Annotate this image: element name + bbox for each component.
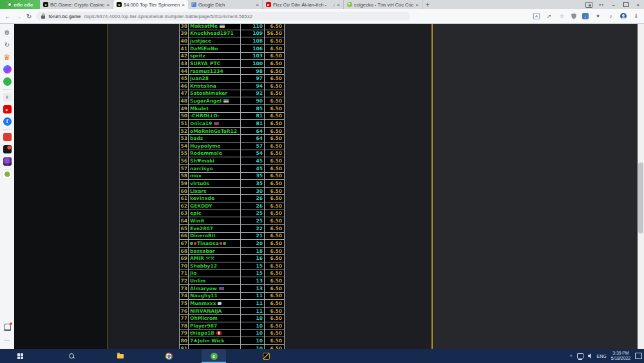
multiplier-cell: 6.50 [265, 195, 284, 202]
scrollbar-thumb[interactable] [638, 162, 643, 233]
score-cell: 15 [241, 270, 265, 277]
username-text: Unlim [190, 278, 205, 284]
back-button[interactable]: ← [5, 13, 11, 20]
start-button[interactable] [8, 349, 32, 363]
music-note-icon[interactable]: ♪ [607, 13, 614, 20]
table-row: 66DineroBit216.50 [179, 233, 285, 240]
games-icon[interactable] [3, 77, 12, 86]
username-text: SugarAngel [190, 98, 222, 104]
score-cell: 13 [241, 285, 265, 292]
username-text: Huypolyme [190, 143, 220, 149]
tab-close-icon[interactable]: × [415, 2, 419, 8]
rank-cell: 63 [180, 210, 189, 217]
lol-icon[interactable] [254, 349, 278, 363]
notifications-bell-icon[interactable] [4, 324, 11, 331]
multiplier-cell: 6.50 [265, 24, 284, 30]
facebook-icon[interactable]: f [3, 117, 12, 126]
reopen-tab-icon[interactable]: ↤ [595, 0, 607, 9]
table-row: 59vIrtu0s356.50 [179, 180, 285, 188]
taskbar-search-icon[interactable] [59, 349, 84, 363]
tab-youtube-fizz[interactable]: ▶ Fizz Cư Dân Át-lan-tích - ♪ × [263, 0, 344, 9]
bookmark-star-icon[interactable]: ☆ [558, 13, 565, 20]
messenger-icon[interactable] [3, 65, 12, 74]
score-cell: 64 [241, 135, 265, 142]
language-indicator[interactable]: ENG [597, 354, 607, 358]
table-row: 63epic256.50 [179, 210, 285, 218]
coccoc-icon-glyph: c [211, 353, 218, 360]
speaker-icon[interactable] [588, 353, 592, 358]
forward-button[interactable]: → [15, 13, 22, 20]
score-cell: 90 [241, 97, 265, 104]
scrollbar[interactable] [638, 24, 644, 349]
reload-button[interactable]: ↻ [26, 13, 32, 20]
coccoc-logo[interactable]: cốc cốc [0, 0, 40, 9]
history-icon[interactable]: ↻ [3, 41, 12, 49]
crown-icon[interactable]: ♛ [3, 53, 12, 61]
extensions-icon[interactable]: ✦ [594, 13, 601, 20]
username-text: Winit [190, 218, 204, 224]
rank-cell: 55 [180, 150, 189, 157]
rank-cell: 78 [180, 322, 189, 329]
app-red-icon[interactable] [3, 133, 12, 141]
multiplier-cell: 6.50 [265, 83, 284, 90]
username-text: vIrtu0s [190, 181, 209, 186]
app-green-icon[interactable] [3, 170, 12, 179]
score-cell: 26 [241, 202, 265, 210]
table-row: 67Tina✿sa206.50 [179, 240, 285, 248]
profile-avatar-icon[interactable] [620, 13, 627, 19]
coccoc-logo-icon [7, 2, 12, 7]
tab-close-icon[interactable]: × [182, 2, 185, 8]
translate-icon[interactable]: A [533, 13, 540, 19]
share-icon[interactable]: ↗ [545, 13, 553, 20]
rank-cell: 67 [180, 240, 189, 247]
tab-close-icon[interactable]: × [256, 2, 259, 8]
address-bar[interactable]: forum.bc.game/topic/9374-4000-top-tier-s… [36, 12, 410, 21]
tab-close-icon[interactable]: × [106, 2, 109, 8]
settings-icon[interactable]: ⚙ [3, 28, 12, 37]
file-explorer-icon[interactable] [108, 349, 133, 363]
username-cell: Jio [189, 270, 241, 277]
tab-close-icon[interactable]: × [337, 2, 340, 8]
username-text: Tina✿sa [197, 240, 219, 246]
tray-caret-icon[interactable]: ^ [570, 353, 573, 359]
username-text: justjace [190, 38, 211, 44]
username-text: Knuckhead1971 [190, 30, 234, 36]
clock-date: 5/18/2022 [611, 356, 630, 361]
close-button[interactable]: × [632, 0, 644, 9]
pip-icon[interactable] [583, 0, 595, 9]
app-purple-icon[interactable] [3, 157, 12, 166]
rank-cell: 66 [180, 233, 189, 240]
table-row: 61kevinxde266.50 [179, 195, 285, 202]
chrome-icon[interactable] [156, 349, 181, 363]
score-cell: 26 [241, 195, 265, 202]
network-icon[interactable] [577, 353, 583, 358]
maximize-button[interactable] [620, 0, 632, 9]
taskbar-clock[interactable]: 3:39 PM 5/18/2022 [611, 351, 630, 362]
youtube-icon[interactable]: ▶ [3, 105, 12, 113]
new-tab-button[interactable]: + [422, 0, 433, 9]
table-row: 53badz646.50 [179, 135, 285, 142]
username-cell: thiago18 [189, 330, 241, 337]
app-black-icon[interactable] [3, 145, 12, 153]
coccoc-icon[interactable]: c [202, 349, 226, 363]
multiplier-cell: 6.50 [265, 142, 284, 150]
adblock-shield-icon[interactable] [571, 14, 576, 19]
minimize-button[interactable]: – [607, 0, 620, 9]
downloads-tray-icon[interactable]: ⇓ [632, 13, 639, 20]
username-text: Munmxxx [190, 300, 216, 306]
tab-bcgame-home[interactable]: ◆ BC.Game: Crypto Casino Gam × [40, 0, 113, 9]
tab-google-translate[interactable]: Google Dịch × [188, 0, 263, 9]
action-center-icon[interactable] [635, 353, 642, 359]
tab-audio-icon[interactable]: ♪ [333, 3, 336, 7]
more-icon[interactable]: ⋯ [3, 336, 12, 344]
download-badge-icon[interactable]: ↓ [582, 13, 589, 19]
taskbar-tray: ^ ENG 3:39 PM 5/18/2022 [570, 349, 642, 363]
tab-coingecko-search[interactable]: coigecko - Tìm với Cốc Cốc × [344, 0, 422, 9]
tab-spinomenal-active[interactable]: ◆ $4.000 Top Tier Spinomenal × [113, 0, 188, 9]
multiplier-cell: 6.50 [265, 188, 284, 195]
leaderboard-table: 38MaksatMe1106.5039Knuckhead197110956.50… [179, 24, 285, 349]
username-cell: Winit [189, 217, 241, 224]
add-shortcut-icon[interactable]: + [3, 93, 12, 101]
multiplier-cell: 6.50 [265, 285, 284, 292]
username-text: OhMicrom [190, 315, 218, 321]
